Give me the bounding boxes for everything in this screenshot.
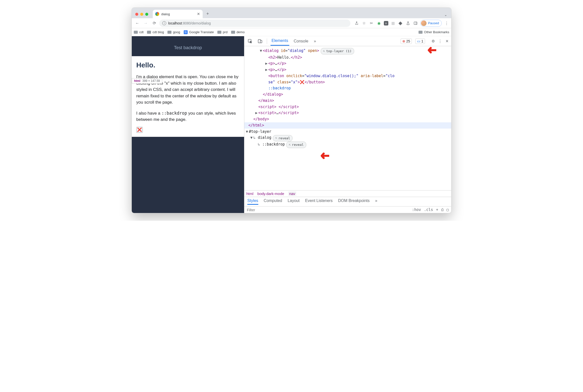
window-controls bbox=[134, 13, 150, 18]
extension-grid-icon[interactable]: ▦ bbox=[390, 20, 396, 26]
folder-icon bbox=[419, 31, 423, 34]
settings-gear-icon[interactable]: ⚙ bbox=[432, 39, 435, 44]
bookmark-google-translate[interactable]: GGoogle Translate bbox=[184, 30, 214, 34]
reload-button[interactable]: ⟳ bbox=[151, 20, 158, 27]
breadcrumb[interactable]: html body.dark-mode nav bbox=[244, 190, 451, 197]
reveal-badge-backdrop[interactable]: ⇱reveal bbox=[286, 142, 306, 148]
tab-more[interactable]: » bbox=[313, 37, 317, 46]
tree-html-close[interactable]: </html> bbox=[244, 122, 451, 128]
tree-dialog-close[interactable]: </dialog> bbox=[246, 92, 451, 98]
tab-computed[interactable]: Computed bbox=[264, 198, 282, 205]
tab-console[interactable]: Console bbox=[293, 37, 309, 46]
tree-script-collapsed[interactable]: ▶<script>…</script> bbox=[246, 110, 451, 116]
tree-top-layer-dialog[interactable]: ▼↳ dialog⇱reveal bbox=[246, 134, 451, 141]
bookmark-folder-cdt[interactable]: cdt bbox=[134, 30, 143, 34]
forward-button[interactable]: → bbox=[142, 20, 149, 27]
bookmark-folder-prd[interactable]: prd bbox=[217, 30, 228, 34]
tree-button-l2[interactable]: se" class="x">❌</button> bbox=[246, 79, 451, 86]
bookmark-folder-goog[interactable]: goog bbox=[167, 30, 180, 34]
address-bar[interactable]: i localhost:8080/demo/dialog bbox=[159, 20, 350, 27]
dialog-element: Hello. I'm a dialog element that is open… bbox=[132, 56, 244, 137]
device-classes-icon[interactable]: ⎙ bbox=[441, 208, 444, 212]
tooltip-tag: html bbox=[134, 79, 140, 83]
tab-styles[interactable]: Styles bbox=[247, 198, 258, 205]
error-count-chip[interactable]: ⊗25 bbox=[401, 38, 412, 44]
folder-icon bbox=[167, 31, 171, 34]
tab-dom-breakpoints[interactable]: DOM Breakpoints bbox=[338, 198, 370, 205]
content-split: Test backdrop Hello. I'm a dialog elemen… bbox=[132, 36, 451, 213]
dialog-title: Hello. bbox=[136, 61, 240, 69]
tooltip-dimensions: 399 × 147.59 bbox=[142, 79, 160, 83]
zoom-window-button[interactable] bbox=[145, 13, 148, 16]
back-button[interactable]: ← bbox=[134, 20, 141, 27]
info-count-chip[interactable]: ▭1 bbox=[415, 38, 425, 44]
labs-flask-icon[interactable] bbox=[405, 20, 411, 26]
extension-green-icon[interactable]: ◉ bbox=[376, 20, 382, 26]
reveal-badge-dialog[interactable]: ⇱reveal bbox=[273, 135, 292, 141]
bookmark-folder-demo[interactable]: demo bbox=[231, 30, 245, 34]
tab-layout[interactable]: Layout bbox=[288, 198, 299, 205]
share-icon[interactable] bbox=[354, 20, 359, 26]
scissors-icon[interactable]: ✂︎ bbox=[369, 20, 374, 26]
svg-rect-4 bbox=[260, 40, 262, 43]
tree-h2[interactable]: <h2>Hello.</h2> bbox=[246, 54, 451, 61]
devtools-panel: Elements Console » ⊗25 ▭1 ⚙ ⋮ ✕ ▼<dialog… bbox=[244, 36, 451, 213]
tab-styles-more[interactable]: » bbox=[375, 198, 377, 205]
extensions-puzzle-icon[interactable] bbox=[398, 20, 403, 26]
new-style-rule-icon[interactable]: + bbox=[436, 208, 438, 212]
top-layer-badge[interactable]: ⇱top-layer (1) bbox=[321, 48, 354, 54]
crumb-html[interactable]: html bbox=[246, 192, 253, 196]
chrome-menu-icon[interactable]: ⋮ bbox=[444, 20, 449, 26]
device-toggle-icon[interactable] bbox=[257, 38, 263, 44]
dialog-paragraph-2: I also have a ::backdrop you can style, … bbox=[136, 110, 240, 123]
favicon-icon bbox=[155, 12, 159, 16]
annotation-arrow-top bbox=[426, 47, 436, 54]
profile-chip[interactable]: Paused bbox=[420, 20, 442, 27]
tree-main-close[interactable]: </main> bbox=[246, 98, 451, 104]
url-port: :8080 bbox=[182, 21, 191, 25]
bookmark-star-icon[interactable]: ☆ bbox=[361, 20, 367, 26]
toolbar-right: ☆ ✂︎ ◉ n ▦ Paused ⋮ bbox=[354, 20, 449, 27]
toggle-sidebar-icon[interactable]: ▢ bbox=[447, 208, 449, 212]
tree-dialog-open[interactable]: ▼<dialog id="dialog" open>⇱top-layer (1) bbox=[246, 48, 451, 54]
tab-event-listeners[interactable]: Event Listeners bbox=[305, 198, 332, 205]
new-tab-button[interactable]: + bbox=[204, 10, 211, 17]
inspect-tooltip: html 399 × 147.59 bbox=[132, 78, 162, 84]
elements-tree[interactable]: ▼<dialog id="dialog" open>⇱top-layer (1)… bbox=[244, 46, 451, 190]
tree-p2[interactable]: ▶<p>…</p> bbox=[246, 67, 451, 73]
site-info-icon[interactable]: i bbox=[162, 21, 166, 25]
dialog-close-button[interactable]: ❌ bbox=[136, 127, 143, 133]
crumb-nav[interactable]: nav bbox=[288, 192, 296, 196]
folder-icon bbox=[217, 31, 221, 34]
tree-body-close[interactable]: </body> bbox=[246, 116, 451, 122]
avatar-icon bbox=[421, 20, 427, 26]
side-panel-icon[interactable] bbox=[413, 20, 418, 26]
tree-top-layer-backdrop[interactable]: ↳ ::backdrop⇱reveal bbox=[246, 141, 451, 148]
minimize-window-button[interactable] bbox=[140, 13, 143, 16]
tree-script-empty[interactable]: <script> </script> bbox=[246, 104, 451, 110]
cls-toggle[interactable]: .cls bbox=[424, 208, 433, 212]
inspect-picker-icon[interactable] bbox=[247, 38, 253, 44]
extension-n-icon[interactable]: n bbox=[384, 21, 388, 26]
tree-p1[interactable]: ▶<p>…</p> bbox=[246, 60, 451, 67]
devtools-close-icon[interactable]: ✕ bbox=[446, 39, 449, 44]
tree-backdrop-pseudo[interactable]: ::backdrop bbox=[246, 85, 451, 92]
close-window-button[interactable] bbox=[135, 13, 138, 16]
test-backdrop-button[interactable]: Test backdrop bbox=[174, 45, 202, 50]
devtools-menu-icon[interactable]: ⋮ bbox=[438, 39, 442, 44]
tab-elements[interactable]: Elements bbox=[271, 36, 289, 46]
error-icon: ⊗ bbox=[402, 39, 405, 43]
tree-top-layer-root[interactable]: ▼#top-layer bbox=[246, 128, 451, 135]
reveal-icon: ⇱ bbox=[289, 142, 291, 147]
tab-search-chevron-icon[interactable]: ⌄ bbox=[444, 13, 447, 17]
tree-button-l1[interactable]: <button onclick="window.dialog.close();"… bbox=[246, 73, 451, 79]
styles-filter-input[interactable] bbox=[247, 208, 284, 212]
bookmark-folder-cdt-blog[interactable]: cdt blog bbox=[147, 30, 164, 34]
crumb-body[interactable]: body.dark-mode bbox=[257, 192, 284, 196]
browser-tab[interactable]: dialog ✕ bbox=[153, 10, 203, 18]
bookmark-other-bookmarks[interactable]: Other Bookmarks bbox=[419, 30, 449, 34]
hov-toggle[interactable]: :hov bbox=[412, 208, 421, 212]
translate-icon: G bbox=[184, 30, 188, 34]
tab-close-icon[interactable]: ✕ bbox=[197, 12, 200, 16]
styles-tab-bar: Styles Computed Layout Event Listeners D… bbox=[244, 197, 451, 206]
